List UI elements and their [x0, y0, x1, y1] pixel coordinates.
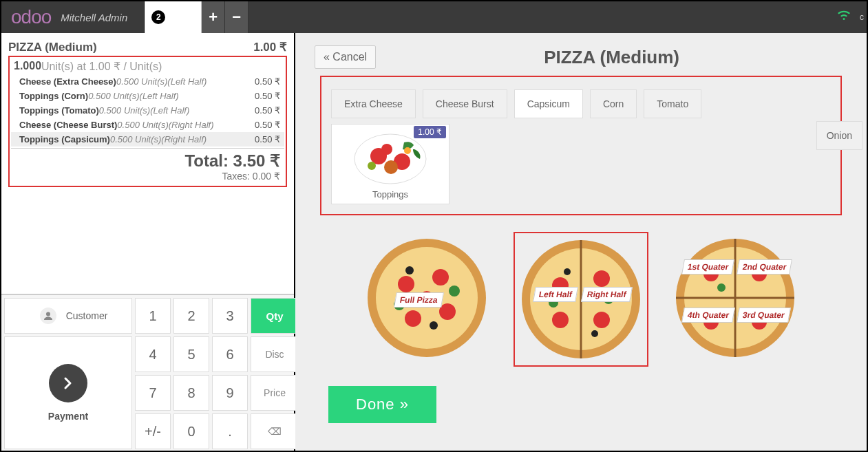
svg-point-5: [381, 144, 392, 155]
numpad: Customer 1 2 3 Qty Payment 4 5 6 Disc 7 …: [1, 294, 294, 452]
tab-number-badge: 2: [151, 10, 165, 24]
customer-label: Customer: [66, 310, 108, 321]
topping-tab-onion[interactable]: Onion: [816, 121, 862, 150]
key-0[interactable]: 0: [173, 413, 209, 449]
chevron-right-icon: [49, 364, 87, 402]
svg-point-25: [552, 312, 569, 328]
topping-tab-cheese-burst[interactable]: Cheese Burst: [423, 89, 507, 118]
portion-quarter-pizza[interactable]: 1st Quater 2nd Quater 3rd Quater 4th Qua…: [669, 232, 801, 367]
svg-point-38: [717, 283, 726, 292]
svg-point-18: [405, 266, 414, 275]
svg-point-28: [591, 330, 598, 337]
topping-tab-tomato[interactable]: Tomato: [644, 89, 701, 118]
portion-label-q3: 3rd Quater: [737, 308, 791, 323]
portion-label-q4: 4th Quater: [681, 308, 735, 323]
topping-tab-capsicum[interactable]: Capsicum: [514, 89, 583, 118]
product-card-toppings[interactable]: 1.00 ₹ Toppings: [331, 124, 449, 204]
svg-point-17: [430, 321, 438, 330]
topping-tab-extra-cheese[interactable]: Extra Cheese: [331, 89, 416, 118]
svg-point-12: [439, 303, 456, 320]
key-9[interactable]: 9: [212, 375, 248, 411]
svg-point-16: [449, 286, 460, 297]
order-sub-line[interactable]: Toppings (Capsicum) 0.500 Unit(s) (Right…: [11, 132, 284, 147]
portion-half-pizza[interactable]: Left Half Right Half: [514, 232, 648, 367]
toppings-box: Extra CheeseCheese BurstCapsicumCornToma…: [320, 76, 842, 215]
payment-label: Payment: [48, 411, 88, 422]
tab-time: 11:07: [169, 12, 194, 23]
key-3[interactable]: 3: [212, 298, 248, 334]
wifi-icon: [836, 10, 857, 25]
mode-disc-button[interactable]: Disc: [251, 336, 299, 372]
customer-button[interactable]: Customer: [4, 298, 132, 334]
key-backspace[interactable]: ⌫: [251, 413, 299, 449]
key-5[interactable]: 5: [173, 336, 209, 372]
cancel-button[interactable]: « Cancel: [315, 45, 376, 69]
svg-point-6: [368, 162, 376, 170]
product-price-tag: 1.00 ₹: [414, 126, 446, 138]
order-sub-line[interactable]: Toppings (Corn) 0.500 Unit(s) (Left Half…: [11, 89, 284, 103]
svg-point-4: [384, 160, 398, 174]
svg-point-10: [398, 276, 414, 292]
order-product-name: PIZZA (Medium): [8, 41, 97, 54]
top-bar: odoo Mitchell Admin 2 11:07 + − c: [1, 1, 867, 33]
config-title: PIZZA (Medium): [376, 47, 847, 68]
portion-label-full: Full Pizza: [394, 292, 444, 308]
config-panel: « Cancel PIZZA (Medium) Extra CheeseChee…: [295, 33, 867, 452]
key-6[interactable]: 6: [212, 336, 248, 372]
key-4[interactable]: 4: [135, 336, 171, 372]
order-sub-line[interactable]: Cheese (Cheese Burst) 0.500 Unit(s) (Rig…: [11, 118, 284, 132]
payment-button[interactable]: Payment: [4, 336, 132, 449]
key-7[interactable]: 7: [135, 375, 171, 411]
done-button[interactable]: Done »: [328, 386, 436, 423]
svg-point-29: [564, 268, 571, 275]
session-tabs: 2 11:07 + −: [144, 1, 248, 33]
breadcrumb-char: c: [857, 12, 867, 22]
svg-point-1: [354, 134, 426, 184]
user-icon: [40, 308, 56, 324]
mode-qty-button[interactable]: Qty: [251, 298, 299, 334]
orderline-unit-desc: Unit(s) at 1.00 ₹ / Unit(s): [41, 60, 162, 73]
svg-point-0: [46, 312, 50, 316]
key-dot[interactable]: .: [212, 413, 248, 449]
svg-point-7: [404, 147, 411, 154]
svg-point-23: [593, 270, 610, 287]
order-product-price: 1.00 ₹: [253, 40, 287, 54]
orderline-qty: 1.000: [14, 60, 41, 73]
order-panel: PIZZA (Medium) 1.00 ₹ 1.000 Unit(s) at 1…: [1, 33, 295, 452]
remove-tab-button[interactable]: −: [225, 1, 248, 33]
portion-label-right-half: Right Half: [581, 287, 633, 302]
svg-point-13: [405, 310, 421, 327]
portion-label-left-half: Left Half: [533, 287, 578, 302]
odoo-logo: odoo: [1, 6, 61, 28]
key-8[interactable]: 8: [173, 375, 209, 411]
mode-price-button[interactable]: Price: [251, 375, 299, 411]
key-1[interactable]: 1: [135, 298, 171, 334]
session-tab-active[interactable]: 2 11:07: [145, 1, 202, 33]
portion-full-pizza[interactable]: Full Pizza: [361, 232, 493, 367]
key-sign[interactable]: +/-: [135, 413, 171, 449]
order-total: Total: 3.50 ₹: [15, 151, 280, 171]
product-name: Toppings: [332, 189, 449, 200]
order-sub-line[interactable]: Toppings (Tomato) 0.500 Unit(s) (Left Ha…: [11, 103, 284, 118]
svg-point-11: [432, 269, 449, 286]
add-tab-button[interactable]: +: [202, 1, 225, 33]
order-taxes: Taxes: 0.00 ₹: [15, 171, 280, 182]
svg-point-24: [593, 312, 610, 328]
key-2[interactable]: 2: [173, 298, 209, 334]
portion-label-q2: 2nd Quater: [737, 259, 792, 275]
topping-tab-corn[interactable]: Corn: [590, 89, 637, 118]
order-sub-line[interactable]: Cheese (Extra Cheese) 0.500 Unit(s) (Lef…: [11, 74, 284, 89]
portion-label-q1: 1st Quater: [681, 259, 734, 275]
order-lines-box: 1.000 Unit(s) at 1.00 ₹ / Unit(s) Cheese…: [8, 56, 287, 187]
user-name[interactable]: Mitchell Admin: [61, 12, 144, 23]
